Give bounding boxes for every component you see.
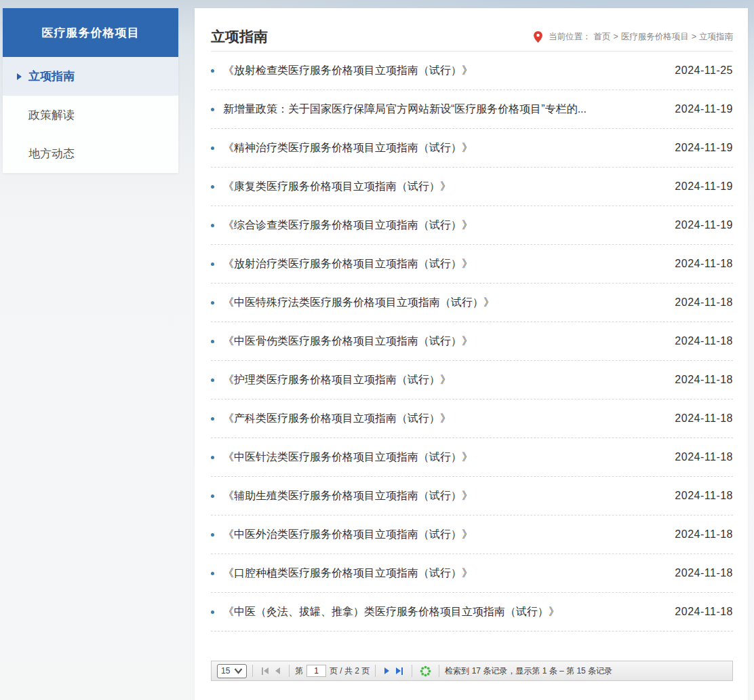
article-date: 2024-11-18: [675, 451, 733, 463]
separator: [289, 665, 290, 677]
pagination-bar: 15 第 页 / 共 2 页 检索到 17 条记录，显示第 1 条 – 第 15…: [211, 661, 733, 681]
bullet-icon: [211, 610, 214, 614]
article-date: 2024-11-25: [675, 64, 733, 77]
sidebar-item-label: 政策解读: [28, 107, 75, 123]
article-date: 2024-11-19: [675, 180, 733, 193]
article-link[interactable]: 《中医针法类医疗服务价格项目立项指南（试行）》: [223, 450, 661, 465]
breadcrumb-separator: >: [613, 32, 618, 41]
list-item: 新增量政策：关于国家医疗保障局官方网站新设“医疗服务价格项目”专栏的... 20…: [211, 90, 733, 129]
bullet-icon: [211, 456, 214, 459]
list-item: 《中医特殊疗法类医疗服务价格项目立项指南（试行）》 2024-11-18: [211, 284, 733, 322]
separator: [252, 665, 253, 677]
list-item: 《精神治疗类医疗服务价格项目立项指南（试行）》 2024-11-19: [211, 129, 733, 168]
list-item: 《综合诊查类医疗服务价格项目立项指南（试行）》 2024-11-19: [211, 206, 733, 245]
separator: [439, 665, 439, 677]
article-date: 2024-11-18: [675, 567, 733, 579]
breadcrumb-separator: >: [692, 32, 696, 41]
article-link[interactable]: 《口腔种植类医疗服务价格项目立项指南（试行）》: [223, 566, 661, 581]
page-size-select[interactable]: 15: [217, 664, 247, 678]
main-header: 立项指南 当前位置： 首页> 医疗服务价格项目> 立项指南: [211, 8, 733, 51]
first-page-icon: [264, 667, 269, 674]
list-item: 《放射检查类医疗服务价格项目立项指南（试行）》 2024-11-25: [211, 52, 733, 90]
separator: [412, 665, 412, 677]
page-label-suffix: 页 / 共 2 页: [330, 665, 370, 677]
list-item: 《中医外治类医疗服务价格项目立项指南（试行）》 2024-11-18: [211, 516, 733, 554]
sidebar-item-zhengce-jiedu[interactable]: 政策解读: [3, 96, 178, 134]
bullet-icon: [211, 533, 214, 537]
sidebar-title: 医疗服务价格项目: [3, 8, 178, 57]
list-item: 《护理类医疗服务价格项目立项指南（试行）》 2024-11-18: [211, 361, 733, 400]
article-date: 2024-11-18: [675, 412, 733, 425]
bullet-icon: [211, 340, 214, 343]
pagination-info: 检索到 17 条记录，显示第 1 条 – 第 15 条记录: [445, 665, 612, 677]
article-link[interactable]: 新增量政策：关于国家医疗保障局官方网站新设“医疗服务价格项目”专栏的...: [223, 102, 661, 117]
list-item: 《产科类医疗服务价格项目立项指南（试行）》 2024-11-18: [211, 400, 733, 438]
first-page-icon: [262, 667, 263, 675]
page-title: 立项指南: [211, 27, 268, 46]
bullet-icon: [211, 378, 214, 382]
article-link[interactable]: 《护理类医疗服务价格项目立项指南（试行）》: [223, 373, 661, 387]
article-link[interactable]: 《辅助生殖类医疗服务价格项目立项指南（试行）》: [223, 489, 661, 503]
first-page-button[interactable]: [258, 667, 272, 675]
bullet-icon: [211, 147, 214, 150]
prev-page-button[interactable]: [272, 667, 283, 674]
article-link[interactable]: 《产科类医疗服务价格项目立项指南（试行）》: [223, 412, 661, 426]
separator: [375, 665, 376, 677]
page-number-input[interactable]: [306, 665, 326, 677]
sidebar: 医疗服务价格项目 立项指南 政策解读 地方动态: [3, 8, 178, 173]
location-pin-icon: [534, 31, 542, 43]
bullet-icon: [211, 224, 214, 227]
next-page-button[interactable]: [381, 667, 393, 674]
sidebar-item-difang-dongtai[interactable]: 地方动态: [3, 134, 178, 173]
page-size-value: 15: [221, 666, 230, 676]
list-item: 《康复类医疗服务价格项目立项指南（试行）》 2024-11-19: [211, 168, 733, 206]
page-label-prefix: 第: [295, 665, 303, 677]
list-item: 《中医骨伤类医疗服务价格项目立项指南（试行）》 2024-11-18: [211, 322, 733, 361]
reload-icon: [420, 665, 431, 677]
bullet-icon: [211, 185, 214, 189]
list-item: 《放射治疗类医疗服务价格项目立项指南（试行）》 2024-11-18: [211, 245, 733, 284]
article-date: 2024-11-18: [675, 374, 733, 386]
prev-page-icon: [275, 667, 280, 674]
article-link[interactable]: 《放射检查类医疗服务价格项目立项指南（试行）》: [223, 64, 661, 78]
list-item: 《中医（灸法、拔罐、推拿）类医疗服务价格项目立项指南（试行）》 2024-11-…: [211, 593, 733, 631]
article-link[interactable]: 《中医外治类医疗服务价格项目立项指南（试行）》: [223, 528, 661, 542]
breadcrumb-label: 当前位置：: [549, 31, 591, 43]
last-page-icon: [396, 667, 401, 674]
sidebar-item-lixiang-zhinan[interactable]: 立项指南: [3, 57, 178, 96]
reload-button[interactable]: [418, 665, 433, 677]
article-date: 2024-11-18: [675, 335, 733, 347]
bullet-icon: [211, 301, 214, 305]
bullet-icon: [211, 69, 214, 73]
bullet-icon: [211, 572, 214, 575]
main-panel: 立项指南 当前位置： 首页> 医疗服务价格项目> 立项指南 《放射检查类医疗服务…: [195, 8, 748, 700]
article-link[interactable]: 《中医骨伤类医疗服务价格项目立项指南（试行）》: [223, 334, 661, 349]
article-link[interactable]: 《放射治疗类医疗服务价格项目立项指南（试行）》: [223, 257, 661, 271]
article-date: 2024-11-18: [675, 606, 733, 618]
article-date: 2024-11-19: [675, 219, 733, 231]
active-arrow-icon: [17, 73, 22, 80]
article-link[interactable]: 《中医（灸法、拔罐、推拿）类医疗服务价格项目立项指南（试行）》: [223, 605, 661, 619]
breadcrumb-section[interactable]: 医疗服务价格项目: [621, 31, 689, 43]
article-link[interactable]: 《精神治疗类医疗服务价格项目立项指南（试行）》: [223, 141, 661, 155]
article-date: 2024-11-18: [675, 296, 733, 309]
list-item: 《口腔种植类医疗服务价格项目立项指南（试行）》 2024-11-18: [211, 554, 733, 593]
article-date: 2024-11-19: [675, 103, 733, 115]
breadcrumb-current: 立项指南: [699, 31, 733, 43]
sidebar-item-label: 立项指南: [28, 69, 75, 84]
last-page-icon: [401, 667, 403, 675]
bullet-icon: [211, 262, 214, 266]
bullet-icon: [211, 417, 214, 421]
article-link[interactable]: 《综合诊查类医疗服务价格项目立项指南（试行）》: [223, 218, 661, 233]
article-date: 2024-11-18: [675, 258, 733, 270]
article-date: 2024-11-19: [675, 142, 733, 154]
list-item: 《辅助生殖类医疗服务价格项目立项指南（试行）》 2024-11-18: [211, 477, 733, 516]
sidebar-item-label: 地方动态: [28, 146, 75, 161]
article-list: 《放射检查类医疗服务价格项目立项指南（试行）》 2024-11-25 新增量政策…: [211, 52, 733, 631]
chevron-down-icon: [234, 668, 243, 674]
article-link[interactable]: 《中医特殊疗法类医疗服务价格项目立项指南（试行）》: [223, 296, 661, 310]
article-link[interactable]: 《康复类医疗服务价格项目立项指南（试行）》: [223, 180, 661, 194]
last-page-button[interactable]: [393, 667, 406, 675]
bullet-icon: [211, 108, 214, 111]
breadcrumb-home[interactable]: 首页: [593, 31, 610, 43]
